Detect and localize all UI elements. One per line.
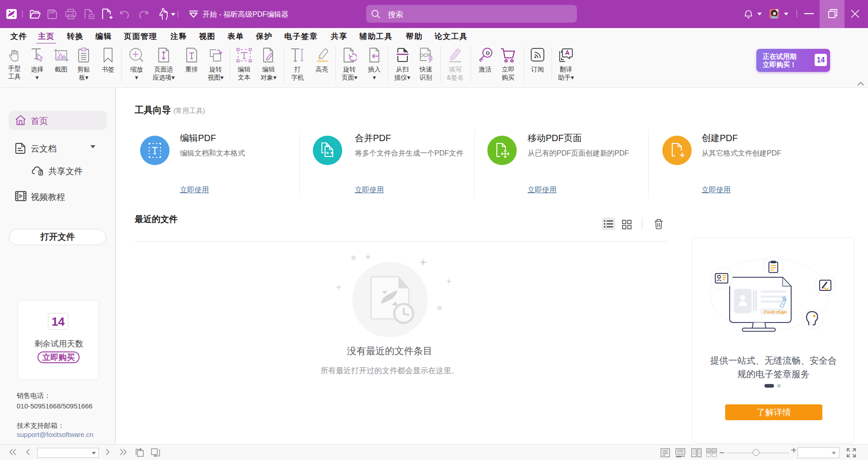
- svg-text:OCR: OCR: [420, 52, 431, 58]
- svg-text:Foxit eSign: Foxit eSign: [764, 309, 787, 314]
